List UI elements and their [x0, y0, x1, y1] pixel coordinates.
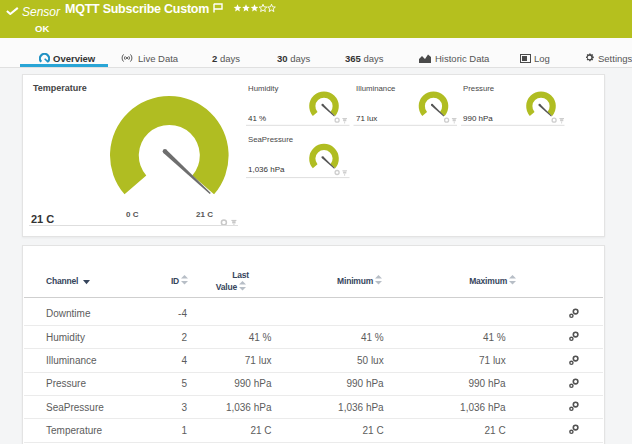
svg-text:1,036 hPa: 1,036 hPa [248, 165, 285, 174]
svg-text:0 C: 0 C [126, 210, 139, 219]
svg-text:Temperature: Temperature [33, 83, 87, 93]
svg-text:71 lux: 71 lux [356, 114, 377, 123]
svg-text:Pressure: Pressure [463, 84, 494, 93]
svg-text:41 %: 41 % [248, 114, 266, 123]
svg-text:Illuminance: Illuminance [356, 84, 395, 93]
svg-text:SeaPressure: SeaPressure [248, 135, 293, 144]
svg-text:21 C: 21 C [31, 213, 54, 225]
svg-text:990 hPa: 990 hPa [463, 114, 493, 123]
svg-text:Humidity: Humidity [248, 84, 278, 93]
svg-text:21 C: 21 C [196, 210, 213, 219]
